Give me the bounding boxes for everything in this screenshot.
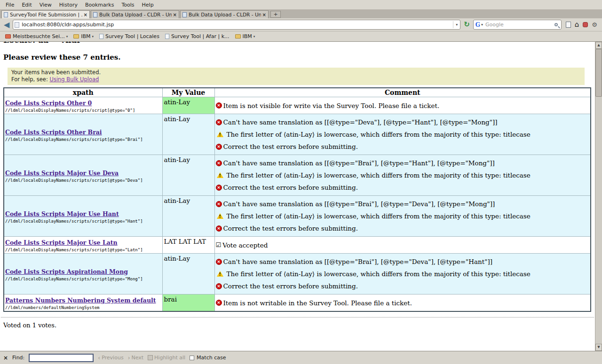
menu-file[interactable]: File xyxy=(2,1,18,9)
match-case-checkbox[interactable]: Match case xyxy=(190,355,226,361)
google-logo-icon: G xyxy=(475,22,480,28)
comment-line: ×Can't have same translation as [[@type=… xyxy=(216,118,590,126)
scrollbar[interactable]: ▲ ▼ xyxy=(595,42,602,351)
bookmark-item[interactable]: IBM▾ xyxy=(71,32,96,40)
table-row: Patterns Numbers Numbering System defaul… xyxy=(4,294,591,312)
bookmark-item[interactable]: Survey Tool | Afar | k... xyxy=(162,32,232,40)
folder-icon xyxy=(73,34,79,39)
find-previous-button[interactable]: ‹Previous xyxy=(98,355,123,361)
bookmark-item[interactable]: Meistbesuchte Sei...▾ xyxy=(2,32,71,40)
navigation-toolbar: ◀ localhost:8080/cldr-apps/submit.jsp ▾ … xyxy=(0,18,602,31)
tab-title: Bulk Data Upload - CLDR - Un... xyxy=(99,12,172,17)
bookmark-item[interactable]: IBM▾ xyxy=(232,32,258,40)
new-tab-button[interactable]: + xyxy=(270,11,281,18)
menu-history[interactable]: History xyxy=(55,1,81,9)
checkbox-icon xyxy=(190,356,194,360)
comment-line: ×Item is not visible for write via the S… xyxy=(216,101,590,110)
menu-view[interactable]: View xyxy=(36,1,55,9)
highlight-all-label: Highlight all xyxy=(154,355,185,361)
column-header-comment: Comment xyxy=(214,88,591,97)
error-icon: × xyxy=(216,119,222,125)
search-box[interactable]: G ▾ Google xyxy=(473,20,562,30)
comment-line: ×Can't have same translation as [[@type=… xyxy=(216,200,590,208)
info-box: Your items have been submitted. For help… xyxy=(8,68,585,85)
chevron-down-icon[interactable]: ▾ xyxy=(481,23,483,27)
find-previous-label: Previous xyxy=(102,355,124,361)
error-icon: × xyxy=(216,225,222,232)
xpath-path: //ldml/localeDisplayNames/scripts/script… xyxy=(5,108,161,113)
back-button[interactable]: ◀ xyxy=(3,21,10,29)
menu-edit[interactable]: Edit xyxy=(18,1,35,9)
review-table-body: Code Lists Scripts Other 0//ldml/localeD… xyxy=(4,97,591,312)
search-icon[interactable] xyxy=(554,23,558,26)
comment-cell: ☑Vote accepted xyxy=(214,237,591,254)
find-next-button[interactable]: ›Next xyxy=(128,355,143,361)
page-icon xyxy=(4,12,8,17)
xpath-cell: Code Lists Scripts Other Brai//ldml/loca… xyxy=(4,114,162,155)
tab-close-icon[interactable]: × xyxy=(173,12,177,17)
search-input[interactable]: Google xyxy=(485,22,554,28)
find-label: Find: xyxy=(12,355,24,361)
warning-icon xyxy=(217,271,223,277)
scroll-down-button[interactable]: ▼ xyxy=(595,344,602,351)
comment-cell: ×Can't have same translation as [[@type=… xyxy=(214,114,591,155)
chevron-down-icon[interactable]: ▾ xyxy=(453,21,459,28)
comment-line: The first letter of ⟨atin-Lay⟩ is lowerc… xyxy=(216,130,590,139)
document-icon[interactable] xyxy=(566,22,571,28)
comment-text: Can't have same translation as [[@type="… xyxy=(223,118,498,126)
xpath-link[interactable]: Code Lists Scripts Other Brai xyxy=(5,129,102,136)
comment-text: Vote accepted xyxy=(222,241,268,249)
tab-strip: SurveyTool File Submission | ...×Bulk Da… xyxy=(0,9,602,18)
xpath-link[interactable]: Patterns Numbers Numbering System defaul… xyxy=(5,297,156,304)
tab-close-icon[interactable]: × xyxy=(84,12,87,17)
menu-bookmarks[interactable]: Bookmarks xyxy=(81,1,118,9)
xpath-link[interactable]: Code Lists Scripts Major Use Deva xyxy=(5,170,119,177)
menu-tools[interactable]: Tools xyxy=(118,1,138,9)
browser-tab[interactable]: SurveyTool File Submission | ...× xyxy=(1,10,90,18)
comment-line: ×Correct the test errors before submitti… xyxy=(216,224,590,232)
browser-tab[interactable]: Bulk Data Upload - CLDR - Un...× xyxy=(180,10,269,18)
xpath-cell: Code Lists Scripts Major Use Deva//ldml/… xyxy=(4,155,162,196)
browser-window: FileEditViewHistoryBookmarksToolsHelp Su… xyxy=(0,0,602,364)
warning-icon xyxy=(217,213,223,219)
xpath-link[interactable]: Code Lists Scripts Aspirational Mong xyxy=(5,268,128,275)
value-cell: brai xyxy=(162,294,214,312)
xpath-link[interactable]: Code Lists Scripts Major Use Hant xyxy=(5,210,119,217)
value-cell: atin-Lay xyxy=(162,196,214,237)
comment-line: ×Correct the test errors before submitti… xyxy=(216,282,590,290)
location-bar[interactable]: localhost:8080/cldr-apps/submit.jsp ▾ xyxy=(13,20,460,30)
table-header-row: xpath My Value Comment xyxy=(4,88,591,97)
match-case-label: Match case xyxy=(197,355,226,361)
bookmark-item[interactable]: Survey Tool | Locales xyxy=(96,32,162,40)
divider xyxy=(1,317,594,318)
value-cell: atin-Lay xyxy=(162,155,214,196)
xpath-cell: Code Lists Scripts Other 0//ldml/localeD… xyxy=(4,97,162,114)
xpath-link[interactable]: Code Lists Scripts Other 0 xyxy=(5,100,92,107)
status-icon[interactable] xyxy=(583,22,588,27)
comment-text: The first letter of ⟨atin-Lay⟩ is lowerc… xyxy=(227,270,531,278)
comment-text: Correct the test errors before submittin… xyxy=(223,183,358,192)
xpath-path: //ldml/localeDisplayNames/scripts/script… xyxy=(5,248,161,252)
scroll-up-button[interactable]: ▲ xyxy=(595,42,602,49)
url-text[interactable]: localhost:8080/cldr-apps/submit.jsp xyxy=(22,22,453,28)
bulk-upload-help-link[interactable]: Using Bulk Upload xyxy=(49,76,99,83)
browser-tab[interactable]: Bulk Data Upload - CLDR - Un...× xyxy=(91,10,179,18)
xpath-path: //ldml/localeDisplayNames/scripts/script… xyxy=(5,277,161,281)
close-icon[interactable]: × xyxy=(3,355,8,361)
menu-help[interactable]: Help xyxy=(138,1,158,9)
find-next-label: Next xyxy=(131,355,143,361)
highlight-all-button[interactable]: Highlight all xyxy=(148,355,185,361)
find-input[interactable] xyxy=(29,354,94,362)
xpath-link[interactable]: Code Lists Scripts Major Use Latn xyxy=(5,239,118,246)
xpath-path: //ldml/localeDisplayNames/scripts/script… xyxy=(5,178,161,183)
value-cell: atin-Lay xyxy=(162,114,214,155)
toolbar-icons: ⌂ ⚙ xyxy=(564,21,599,28)
scrollbar-thumb[interactable] xyxy=(595,49,602,97)
tab-title: Bulk Data Upload - CLDR - Un... xyxy=(189,12,261,17)
vote-summary: Voted on 1 votes. xyxy=(3,322,595,329)
value-cell: atin-Lay xyxy=(162,97,214,114)
tab-close-icon[interactable]: × xyxy=(262,12,266,17)
reload-button[interactable]: ↻ xyxy=(463,21,471,28)
gear-icon[interactable]: ⚙ xyxy=(592,22,597,28)
home-icon[interactable]: ⌂ xyxy=(575,21,579,28)
